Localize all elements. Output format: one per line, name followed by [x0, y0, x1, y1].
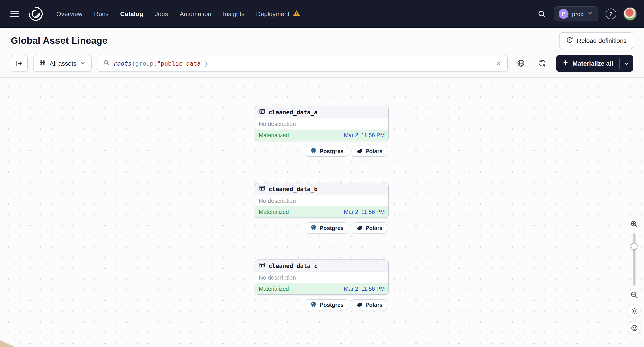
user-avatar[interactable] [624, 7, 637, 20]
nav-item-label: Runs [94, 10, 108, 17]
tag-polars[interactable]: Polars [352, 222, 387, 234]
zoom-out-icon[interactable] [629, 289, 640, 300]
asset-selection-input[interactable]: roots(group:"public_data") [97, 55, 508, 72]
primary-nav: Overview Runs Catalog Jobs Automation In… [56, 9, 300, 18]
table-icon [259, 185, 266, 193]
nav-item-insights[interactable]: Insights [223, 10, 245, 17]
query-string: "public_data" [157, 60, 204, 67]
asset-node-cleaned-data-b[interactable]: cleaned_data_b No description Materializ… [255, 183, 389, 218]
tag-postgres[interactable]: Postgres [306, 146, 348, 157]
environment-avatar: P [559, 9, 568, 19]
nav-item-label: Insights [223, 10, 245, 17]
feedback-smiley-icon[interactable] [628, 322, 640, 334]
asset-scope-label: All assets [50, 60, 76, 67]
nav-item-label: Automation [180, 10, 212, 17]
environment-name: prod [572, 10, 584, 17]
status-badge: Materialized [259, 286, 289, 292]
asset-tags-row: Postgres Polars [306, 222, 387, 234]
asset-status-row: Materialized Mar 2, 11:56 PM [255, 129, 388, 141]
status-badge: Materialized [259, 132, 289, 138]
asset-node-header: cleaned_data_b [255, 183, 388, 195]
nav-item-label: Jobs [155, 10, 168, 17]
asset-description: No description [255, 118, 388, 129]
materialization-timestamp-link[interactable]: Mar 2, 11:56 PM [344, 286, 385, 292]
materialize-all-button[interactable]: Materialize all [556, 55, 620, 72]
asset-tags-row: Postgres Polars [306, 299, 387, 310]
table-icon [259, 262, 266, 270]
app-root: Overview Runs Catalog Jobs Automation In… [0, 0, 644, 347]
nav-item-label: Deployment [256, 10, 290, 17]
sparkle-icon [562, 59, 569, 67]
nav-item-label: Catalog [120, 10, 143, 17]
materialization-timestamp-link[interactable]: Mar 2, 11:56 PM [344, 132, 385, 138]
asset-node-header: cleaned_data_c [255, 260, 388, 272]
tag-label: Polars [366, 302, 382, 308]
nav-item-overview[interactable]: Overview [56, 10, 82, 17]
nav-right-cluster: P prod ? [537, 6, 637, 21]
top-nav: Overview Runs Catalog Jobs Automation In… [0, 0, 644, 28]
search-icon[interactable] [537, 9, 546, 18]
help-icon[interactable]: ? [606, 8, 616, 19]
postgres-icon [310, 224, 317, 232]
asset-tags-row: Postgres Polars [306, 146, 387, 157]
tag-label: Polars [366, 148, 382, 154]
zoom-controls [627, 219, 641, 334]
refresh-icon[interactable] [534, 55, 550, 71]
zoom-in-icon[interactable] [629, 219, 640, 230]
lineage-canvas[interactable]: cleaned_data_a No description Materializ… [0, 78, 644, 347]
tag-label: Postgres [320, 148, 344, 154]
asset-scope-dropdown[interactable]: All assets [33, 55, 92, 72]
query-key: group: [135, 60, 157, 67]
zoom-slider[interactable] [633, 233, 635, 286]
settings-gear-icon[interactable] [628, 305, 640, 317]
query-punct: ) [204, 60, 208, 67]
nav-item-jobs[interactable]: Jobs [155, 10, 168, 17]
asset-node-cleaned-data-c[interactable]: cleaned_data_c No description Materializ… [255, 260, 389, 295]
materialization-timestamp-link[interactable]: Mar 2, 11:56 PM [344, 209, 385, 215]
chevron-down-icon [80, 60, 86, 67]
materialize-split-button: Materialize all [556, 55, 633, 72]
nav-item-automation[interactable]: Automation [180, 10, 212, 17]
tag-postgres[interactable]: Postgres [306, 222, 348, 234]
materialize-options-caret[interactable] [620, 55, 633, 72]
magnifier-icon [103, 59, 110, 68]
reload-icon [566, 36, 573, 45]
nav-item-label: Overview [56, 10, 82, 17]
zoom-slider-handle[interactable] [631, 243, 638, 250]
dagster-logo[interactable] [27, 5, 45, 23]
tag-label: Postgres [320, 225, 344, 231]
graph-view-globe-icon[interactable] [513, 55, 529, 71]
tag-polars[interactable]: Polars [352, 299, 387, 310]
polars-icon [356, 301, 363, 309]
reload-definitions-label: Reload definitions [577, 37, 626, 44]
chevron-down-icon [587, 10, 594, 18]
asset-node-cleaned-data-a[interactable]: cleaned_data_a No description Materializ… [255, 106, 389, 141]
materialize-all-label: Materialize all [572, 60, 613, 67]
hamburger-menu-icon[interactable] [7, 6, 22, 21]
asset-name: cleaned_data_b [268, 186, 318, 192]
globe-icon [39, 59, 46, 67]
asset-status-row: Materialized Mar 2, 11:56 PM [255, 283, 388, 294]
environment-switcher[interactable]: P prod [554, 6, 598, 21]
asset-name: cleaned_data_c [268, 262, 318, 269]
asset-node-header: cleaned_data_a [255, 106, 388, 118]
status-badge: Materialized [259, 209, 289, 215]
tag-postgres[interactable]: Postgres [306, 299, 348, 310]
tag-polars[interactable]: Polars [352, 146, 387, 157]
clear-icon[interactable] [496, 60, 502, 66]
minimap-corner [0, 340, 15, 347]
tag-label: Polars [366, 225, 382, 231]
asset-description: No description [255, 195, 388, 206]
query-function: roots [114, 60, 132, 67]
warning-icon [293, 9, 300, 18]
nav-item-deployment[interactable]: Deployment [256, 9, 300, 18]
lineage-toolbar: All assets roots(group:"public_data") [0, 54, 644, 78]
asset-description: No description [255, 272, 388, 283]
panel-toggle-icon[interactable] [11, 55, 28, 72]
nav-item-catalog[interactable]: Catalog [120, 10, 143, 17]
polars-icon [356, 147, 363, 155]
reload-definitions-button[interactable]: Reload definitions [559, 32, 633, 49]
page-header: Global Asset Lineage Reload definitions [0, 28, 644, 54]
postgres-icon [310, 301, 317, 309]
nav-item-runs[interactable]: Runs [94, 10, 108, 17]
